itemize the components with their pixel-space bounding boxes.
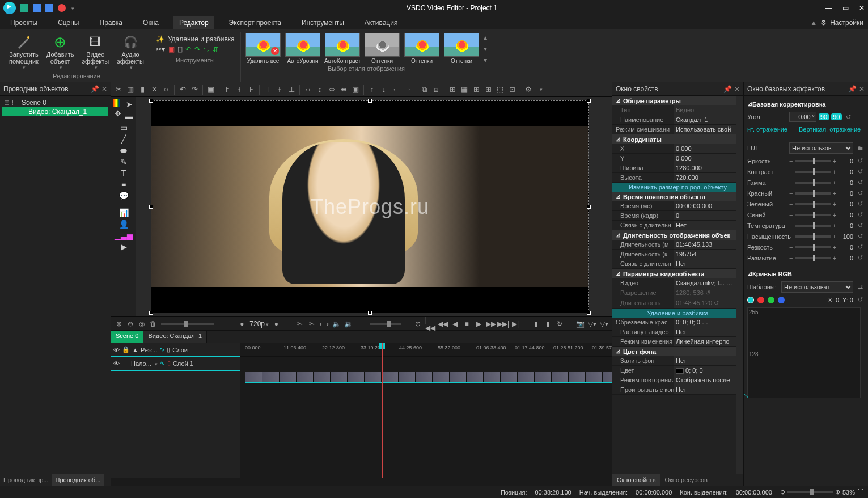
fx-slider[interactable] xyxy=(795,160,830,162)
menu-projects[interactable]: Проекты xyxy=(5,16,43,29)
fx-slider-reset-icon[interactable]: ↺ xyxy=(856,168,865,175)
color-palette-icon[interactable] xyxy=(113,99,120,107)
tl-mute-icon[interactable]: 🔈 xyxy=(332,319,341,328)
slider-inc-icon[interactable]: + xyxy=(833,212,836,218)
video-clip[interactable] xyxy=(245,372,612,383)
zoom-in-icon[interactable]: ⊕ xyxy=(835,488,840,496)
canvas-selection[interactable]: TheProgs.ru xyxy=(151,100,589,313)
fx-slider[interactable] xyxy=(795,182,830,184)
cut-icon[interactable]: ✂ xyxy=(113,85,124,95)
canvas-settings-icon[interactable]: ⚙ xyxy=(523,85,533,95)
panel-close-icon[interactable]: ✕ xyxy=(101,85,107,93)
curve-channel-green[interactable] xyxy=(768,297,774,303)
tl-skip-start-icon[interactable]: |◀◀ xyxy=(426,319,435,328)
fx-slider[interactable] xyxy=(795,203,830,205)
del-split-button[interactable]: Удаление и разбивка xyxy=(612,309,743,318)
tl-cut-icon[interactable]: ✂ xyxy=(296,319,304,328)
tl-snapshot-icon[interactable]: 📷 xyxy=(576,319,585,328)
fx-slider[interactable] xyxy=(795,192,830,195)
flip-v-icon[interactable]: ⇵ xyxy=(213,45,218,53)
slider-inc-icon[interactable]: + xyxy=(833,190,836,197)
tl-marker-list-icon[interactable]: ▽▾ xyxy=(600,319,608,328)
props-close-icon[interactable]: ✕ xyxy=(734,85,740,93)
combine-icon[interactable]: ⧉ xyxy=(419,85,429,95)
tl-step-fwd-icon[interactable]: ▶▶ xyxy=(486,319,496,328)
ungroup-icon[interactable]: ⧈ xyxy=(431,85,441,95)
fx-slider-reset-icon[interactable]: ↺ xyxy=(856,211,865,218)
ellipse-tool-icon[interactable]: ⬬ xyxy=(118,145,129,155)
style-shades-2[interactable]: Оттенки xyxy=(403,33,441,64)
zoom-slider[interactable] xyxy=(787,491,833,493)
props-tab-props[interactable]: Окно свойств xyxy=(612,474,660,486)
tl-precision-icon[interactable]: ✂ xyxy=(308,319,316,328)
slider-inc-icon[interactable]: + xyxy=(833,168,836,175)
counter-tool-icon[interactable]: 👤 xyxy=(118,219,129,229)
tl-marker-in-icon[interactable]: ▮ xyxy=(532,319,540,328)
fx-pin-icon[interactable]: 📌 xyxy=(848,85,857,93)
speech-bubble-icon[interactable]: 💬 xyxy=(118,191,129,201)
qat-new-icon[interactable] xyxy=(20,4,28,12)
slider-dec-icon[interactable]: − xyxy=(789,168,793,175)
slider-dec-icon[interactable]: − xyxy=(789,201,793,208)
fx-slider[interactable] xyxy=(795,246,830,248)
track-wave-icon[interactable]: ∿ xyxy=(160,360,165,367)
menu-edit[interactable]: Правка xyxy=(94,16,129,29)
fx-icon[interactable]: ▲ xyxy=(132,347,138,353)
style-gallery-icon[interactable]: ▾ xyxy=(484,56,487,64)
tl-add-icon[interactable]: ⊕ xyxy=(115,319,124,328)
props-v-scrollbar[interactable] xyxy=(736,96,743,474)
grid-small-icon[interactable]: ▦ xyxy=(459,85,469,95)
lut-select[interactable]: Не использов xyxy=(789,142,853,154)
grid-opts-icon[interactable]: ⊡ xyxy=(507,85,517,95)
fx-slider[interactable] xyxy=(795,257,830,259)
slider-dec-icon[interactable]: − xyxy=(789,179,793,186)
timeline-ruler[interactable]: 00.000 11:06.400 22:12.800 33:19.200 44:… xyxy=(240,343,612,357)
fx-slider[interactable] xyxy=(795,235,830,238)
play-insert-icon[interactable]: ▶ xyxy=(118,242,129,252)
qat-dropdown-icon[interactable] xyxy=(70,4,78,12)
tl-zoom-slider[interactable] xyxy=(161,323,214,325)
menu-tools[interactable]: Инструменты xyxy=(296,16,350,29)
tl-volume-icon[interactable]: 🔉 xyxy=(344,319,353,328)
tree-video-item[interactable]: Видео: Скандал_1 xyxy=(2,107,108,116)
tl-marker-add-icon[interactable]: ▽▾ xyxy=(588,319,596,328)
grid-lines-icon[interactable]: ⊞ xyxy=(471,85,481,95)
rotate-90-right-icon[interactable]: 90 xyxy=(831,113,841,120)
text-tool-icon[interactable]: T xyxy=(118,168,129,178)
redo-icon[interactable]: ↷ xyxy=(189,85,200,95)
settings-label[interactable]: Настройки xyxy=(830,19,863,27)
pen-tool-icon[interactable]: ✎ xyxy=(118,157,129,167)
snap-icon[interactable]: ⊞ xyxy=(447,85,458,95)
slider-inc-icon[interactable]: + xyxy=(833,233,836,240)
move-right-icon[interactable]: → xyxy=(403,85,413,95)
rotate-ccw-icon[interactable]: ↶ xyxy=(185,45,191,53)
tl-play-icon[interactable]: ▶ xyxy=(475,319,483,328)
minimize-button[interactable]: ― xyxy=(825,4,832,12)
remove-icon[interactable]: ✕ xyxy=(149,85,159,95)
del-split-label[interactable]: Удаление и разбивка xyxy=(168,35,235,43)
tl-skip-end-icon[interactable]: ▶| xyxy=(511,319,520,328)
add-object-button[interactable]: ⊕Добавить объект xyxy=(44,33,77,71)
same-width-icon[interactable]: ⬄ xyxy=(327,85,337,95)
bring-front-icon[interactable]: ↑ xyxy=(367,85,377,95)
fx-slider-reset-icon[interactable]: ↺ xyxy=(856,222,865,229)
angle-input[interactable] xyxy=(789,112,816,122)
canvas-more-icon[interactable] xyxy=(535,85,545,95)
tooltip-tool-icon[interactable]: ≡ xyxy=(118,179,129,189)
style-auto-levels[interactable]: АвтоУровни xyxy=(284,33,321,64)
rect-shape-icon[interactable]: ▭ xyxy=(118,123,129,133)
rotate-cw-icon[interactable]: ↷ xyxy=(194,45,200,53)
tl-loop-icon[interactable]: ↻ xyxy=(556,319,564,328)
section-common[interactable]: ⊿Общие параметры xyxy=(612,96,743,105)
menu-editor[interactable]: Редактор xyxy=(173,16,214,29)
timeline-tab-scene[interactable]: Scene 0 xyxy=(111,331,143,343)
help-icon[interactable]: ▲ xyxy=(810,19,817,27)
canvas-v-scrollbar[interactable] xyxy=(604,97,612,316)
distribute-v-icon[interactable]: ↕ xyxy=(315,85,325,95)
scissors-icon[interactable]: ✂▾ xyxy=(156,45,165,53)
fx-slider-reset-icon[interactable]: ↺ xyxy=(856,189,865,197)
tl-quality-icon[interactable]: ● xyxy=(238,319,246,328)
templates-select[interactable]: Не использоват xyxy=(781,281,853,293)
fx-slider-reset-icon[interactable]: ↺ xyxy=(856,233,865,240)
pin-icon[interactable]: 📌 xyxy=(91,85,99,93)
